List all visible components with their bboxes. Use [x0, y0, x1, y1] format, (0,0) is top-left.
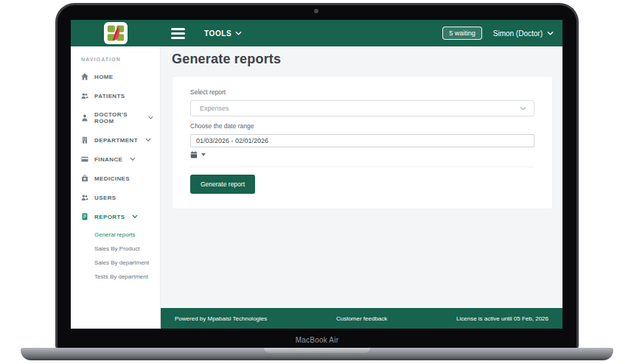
calendar-picker-toggle[interactable]	[190, 151, 534, 158]
nav-section-label: NAVIGATION	[81, 57, 161, 62]
tools-label: TOOLS	[204, 29, 231, 38]
submenu-item-sales-by-department[interactable]: Sales By department	[94, 256, 161, 270]
chevron-down-icon	[130, 156, 136, 162]
report-form-card: Select report Expenses Choose the date r…	[172, 76, 553, 209]
footer-bar: Powered by Mpabaisi Technologies Custome…	[161, 308, 562, 329]
reports-submenu: General reports Sales By Product Sales B…	[71, 226, 161, 284]
user-menu[interactable]: Simon (Doctor)	[493, 29, 554, 38]
chevron-down-icon	[148, 115, 153, 121]
date-range-value: 01/03/2026 - 02/01/2026	[196, 137, 268, 144]
patients-icon	[81, 92, 88, 99]
sidebar-item-label: HOME	[94, 74, 114, 80]
report-type-select[interactable]: Expenses	[190, 100, 534, 116]
app-logo[interactable]	[104, 22, 128, 44]
sidebar-item-finance[interactable]: FINANCE	[71, 150, 161, 169]
chevron-down-icon	[520, 105, 526, 112]
submenu-item-tests-by-department[interactable]: Tests By department	[94, 270, 161, 284]
doctor-icon	[81, 114, 88, 122]
sidebar-item-label: MEDICINES	[94, 175, 130, 182]
submenu-item-general-reports[interactable]: General reports	[94, 228, 161, 242]
home-icon	[81, 73, 88, 80]
webcam-dot	[314, 9, 318, 13]
sidebar-item-label: FINANCE	[94, 156, 122, 163]
main-content: Generate reports Select report Expenses …	[161, 46, 562, 329]
chevron-down-icon	[132, 214, 138, 220]
sidebar-item-department[interactable]: DEPARTMENT	[71, 130, 161, 150]
credit-card-icon	[81, 155, 88, 163]
app-window: TOOLS 5 waiting Simon (Doctor) NAVIGATIO…	[71, 20, 562, 329]
customer-feedback-link[interactable]: Customer feedback	[336, 315, 387, 322]
sidebar-item-label: PATIENTS	[94, 93, 125, 99]
date-range-input[interactable]: 01/03/2026 - 02/01/2026	[190, 134, 534, 147]
chevron-down-icon	[547, 30, 554, 37]
tools-menu[interactable]: TOOLS	[204, 29, 242, 38]
generate-report-button[interactable]: Generate report	[190, 175, 255, 194]
waiting-badge[interactable]: 5 waiting	[442, 27, 482, 40]
building-icon	[81, 136, 88, 144]
user-label: Simon (Doctor)	[493, 29, 543, 38]
chevron-down-icon	[235, 30, 242, 37]
submenu-item-sales-by-product[interactable]: Sales By Product	[94, 242, 161, 256]
form-divider	[190, 167, 534, 167]
page-title: Generate reports	[172, 52, 553, 67]
sidebar: NAVIGATION HOME PATIENTS DOCTOR'S ROOM D…	[71, 46, 161, 329]
sidebar-item-medicines[interactable]: MEDICINES	[71, 169, 161, 188]
logo-icon	[106, 24, 125, 42]
topbar-right: 5 waiting Simon (Doctor)	[442, 27, 562, 40]
select-report-label: Select report	[190, 88, 534, 96]
chevron-down-icon	[145, 137, 151, 143]
sidebar-item-label: USERS	[94, 195, 116, 201]
report-type-value: Expenses	[200, 105, 229, 112]
users-icon	[81, 194, 88, 201]
medical-bag-icon	[81, 175, 88, 182]
sidebar-item-home[interactable]: HOME	[71, 67, 161, 86]
date-range-label: Choose the date range	[190, 122, 534, 130]
sidebar-item-label: DOCTOR'S ROOM	[94, 111, 141, 125]
menu-toggle-icon[interactable]	[171, 28, 185, 39]
laptop-base-notch	[264, 348, 370, 353]
sidebar-item-label: REPORTS	[94, 214, 125, 220]
brand-area	[71, 22, 161, 44]
page: TOOLS 5 waiting Simon (Doctor) NAVIGATIO…	[0, 0, 634, 364]
calendar-icon	[190, 151, 198, 158]
license-status-text: License is active until 05 Feb, 2026	[456, 315, 548, 322]
powered-by-text: Powered by Mpabaisi Technologies	[175, 315, 267, 322]
macbook-air-label: MacBook Air	[55, 336, 579, 344]
sidebar-item-doctors-room[interactable]: DOCTOR'S ROOM	[71, 105, 161, 130]
sidebar-item-users[interactable]: USERS	[71, 188, 161, 207]
caret-down-icon	[201, 153, 206, 156]
sidebar-item-patients[interactable]: PATIENTS	[71, 86, 161, 105]
sidebar-item-label: DEPARTMENT	[94, 137, 138, 144]
sidebar-item-reports[interactable]: REPORTS	[71, 207, 161, 226]
report-file-icon	[81, 213, 88, 220]
top-bar: TOOLS 5 waiting Simon (Doctor)	[71, 20, 562, 46]
